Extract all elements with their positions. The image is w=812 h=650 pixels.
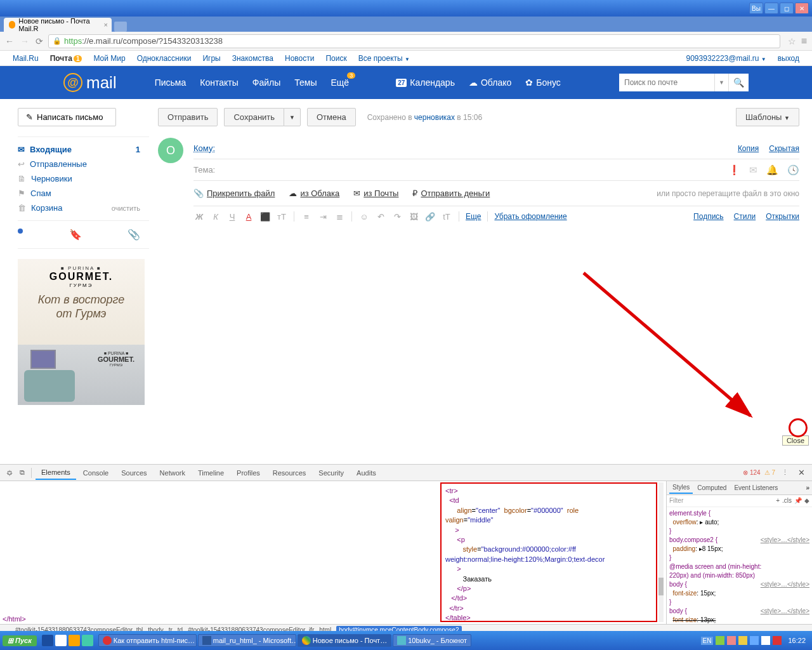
save-dropdown-button[interactable]: ▼	[284, 108, 301, 126]
devtools-tab-timeline[interactable]: Timeline	[192, 467, 230, 479]
list-icon[interactable]: ≣	[334, 212, 345, 222]
cls-toggle[interactable]: .cls	[782, 497, 792, 504]
state-icon[interactable]: ◆	[804, 497, 809, 504]
nav-files[interactable]: Файлы	[252, 77, 280, 88]
tray-shield-icon[interactable]	[773, 636, 782, 645]
topnav-projects[interactable]: Все проекты ▼	[358, 54, 410, 63]
nav-back-icon[interactable]: ←	[5, 36, 14, 46]
templates-button[interactable]: Шаблоны ▼	[736, 108, 799, 126]
ql-yandex-icon[interactable]	[55, 635, 67, 646]
nav-bonus[interactable]: ✿Бонус	[525, 77, 561, 88]
remove-format-link[interactable]: Убрать оформление	[494, 212, 566, 221]
nav-cloud[interactable]: ☁Облако	[469, 77, 511, 88]
tray-icon[interactable]	[750, 636, 759, 645]
css-rules[interactable]: element.style { overflow: ▸ auto; } body…	[667, 507, 812, 624]
error-count[interactable]: 124	[743, 469, 760, 476]
cc-link[interactable]: Копия	[738, 144, 759, 153]
emoji-icon[interactable]: ☺	[358, 212, 370, 222]
attach-file-button[interactable]: 📎Прикрепить файл	[193, 189, 275, 198]
clear-trash-link[interactable]: очистить	[112, 204, 140, 212]
nav-calendar[interactable]: 27 Календарь	[396, 77, 455, 88]
device-icon[interactable]: ⧉	[17, 468, 27, 477]
inspect-icon[interactable]: ⯐	[4, 469, 16, 477]
unread-filter-icon[interactable]	[18, 229, 23, 234]
fontcolor-icon[interactable]: А	[243, 212, 254, 222]
nav-reload-icon[interactable]: ⟳	[36, 36, 43, 46]
clock[interactable]: 16:22	[784, 637, 809, 644]
italic-icon[interactable]: К	[210, 212, 221, 222]
tray-icon[interactable]	[716, 636, 724, 645]
underline-icon[interactable]: Ч	[226, 212, 238, 222]
attach-mail-button[interactable]: ✉из Почты	[353, 189, 398, 198]
image-icon[interactable]: 🖼	[408, 212, 419, 222]
bgcolor-icon[interactable]: ⬛	[259, 212, 271, 222]
topnav-mymir[interactable]: Мой Мир	[93, 54, 125, 63]
taskbar-app-chrome[interactable]: Новое письмо - Почт…	[298, 634, 391, 647]
warning-count[interactable]: 7	[764, 469, 775, 476]
bold-icon[interactable]: Ж	[193, 212, 205, 222]
translit-icon[interactable]: tT	[441, 212, 452, 222]
devtools-tab-resources[interactable]: Resources	[267, 467, 312, 479]
signature-link[interactable]: Подпись	[693, 212, 724, 221]
flagged-filter-icon[interactable]: 🔖	[69, 229, 82, 241]
devtools-tab-security[interactable]: Security	[313, 467, 350, 479]
lang-button[interactable]: Вы	[749, 3, 763, 14]
priority-icon[interactable]: ❗	[728, 164, 740, 176]
new-rule-icon[interactable]: +	[776, 497, 780, 504]
pin-icon[interactable]: 📌	[794, 497, 802, 504]
attach-cloud-button[interactable]: ☁из Облака	[289, 189, 339, 198]
window-close-button[interactable]: ✕	[795, 3, 809, 14]
nav-letters[interactable]: Письма	[155, 77, 187, 88]
nav-forward-icon[interactable]: →	[20, 36, 29, 46]
undo-icon[interactable]: ↶	[375, 212, 386, 222]
schedule-icon[interactable]: 🕓	[787, 164, 799, 176]
folder-trash[interactable]: 🗑Корзинаочистить	[18, 201, 149, 215]
user-email[interactable]: 9093932223@mail.ru ▼	[686, 54, 766, 63]
nav-more[interactable]: Ещё3	[331, 77, 349, 88]
format-more-link[interactable]: Еще	[466, 212, 481, 221]
postcards-link[interactable]: Открытки	[766, 212, 799, 221]
mailru-logo[interactable]: @ mail	[63, 73, 117, 93]
to-label[interactable]: Кому:	[193, 143, 215, 153]
fontsize-icon[interactable]: тТ	[276, 212, 287, 222]
folder-sent[interactable]: ↩Отправленные	[18, 157, 149, 171]
computed-tab[interactable]: Computed	[694, 482, 730, 493]
logout-link[interactable]: выход	[778, 54, 799, 63]
devtools-menu-icon[interactable]: ⋮	[779, 468, 791, 477]
ql-app-icon[interactable]	[82, 635, 93, 646]
align-icon[interactable]: ≡	[301, 212, 312, 222]
taskbar-app-word[interactable]: mail_ru_html_ - Microsoft…	[198, 634, 296, 647]
attachment-filter-icon[interactable]: 📎	[128, 229, 140, 241]
link-icon[interactable]: 🔗	[424, 212, 436, 222]
lang-indicator[interactable]: EN	[701, 637, 714, 645]
devtools-tab-audits[interactable]: Audits	[351, 467, 382, 479]
receipt-icon[interactable]: ✉	[749, 164, 757, 176]
ql-floppy-icon[interactable]	[42, 635, 53, 646]
nav-themes[interactable]: Темы	[294, 77, 317, 88]
tray-icon[interactable]	[738, 636, 747, 645]
folder-spam[interactable]: ⚑Спам	[18, 186, 149, 201]
nav-contacts[interactable]: Контакты	[200, 77, 238, 88]
send-button[interactable]: Отправить	[158, 108, 218, 126]
devtools-tab-profiles[interactable]: Profiles	[231, 467, 266, 479]
tray-icon[interactable]	[727, 636, 736, 645]
tab-close-icon[interactable]: ×	[104, 21, 108, 29]
maximize-button[interactable]: ◻	[780, 3, 794, 14]
save-button[interactable]: Сохранить	[224, 108, 284, 126]
to-field[interactable]: Кому: Копия Скрытая	[193, 138, 799, 159]
topnav-mail[interactable]: Почта1	[50, 54, 82, 63]
redo-icon[interactable]: ↷	[391, 212, 403, 222]
send-money-button[interactable]: ₽Отправить деньги	[412, 189, 490, 198]
topnav-games[interactable]: Игры	[202, 54, 220, 63]
devtools-tab-console[interactable]: Console	[77, 467, 114, 479]
search-button[interactable]: 🔍	[728, 74, 749, 91]
drafts-link[interactable]: черновиках	[414, 113, 455, 122]
ql-book-icon[interactable]	[69, 635, 80, 646]
devtools-tab-elements[interactable]: Elements	[36, 466, 76, 480]
topnav-dating[interactable]: Знакомства	[232, 54, 273, 63]
search-dropdown-icon[interactable]: ▼	[714, 74, 728, 91]
dom-tree[interactable]: <tr> <td align="center" bgcolor="#000000…	[0, 481, 666, 624]
topnav-ok[interactable]: Одноклассники	[137, 54, 192, 63]
url-input[interactable]: 🔒 https://e.mail.ru/compose/?15433203132…	[48, 34, 780, 48]
topnav-search[interactable]: Поиск	[325, 54, 346, 63]
